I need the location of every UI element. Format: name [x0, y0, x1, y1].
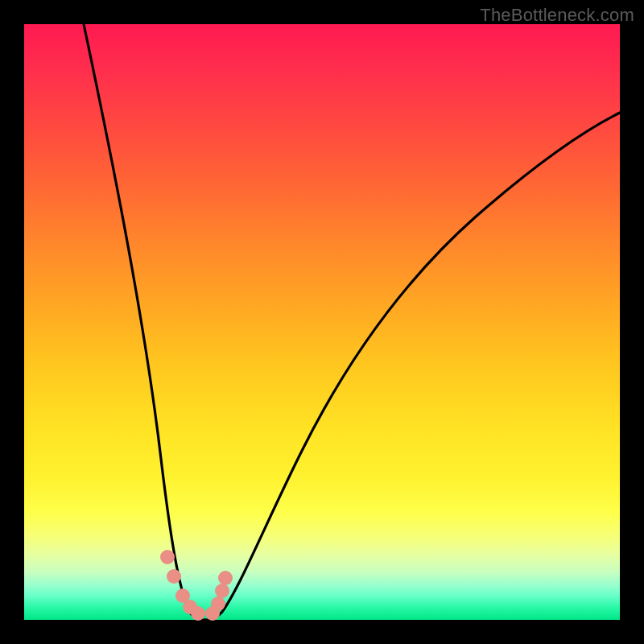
svg-point-8	[218, 571, 233, 585]
svg-point-7	[215, 584, 229, 598]
dotted-overlay	[160, 550, 233, 621]
svg-point-0	[160, 550, 175, 564]
bottleneck-curve	[84, 24, 620, 620]
chart-frame: TheBottleneck.com	[0, 0, 644, 644]
svg-point-1	[167, 569, 181, 584]
svg-point-4	[191, 606, 205, 621]
plot-area	[24, 24, 620, 620]
curve-layer	[24, 24, 620, 620]
svg-point-6	[211, 597, 225, 611]
watermark-text: TheBottleneck.com	[480, 5, 634, 26]
